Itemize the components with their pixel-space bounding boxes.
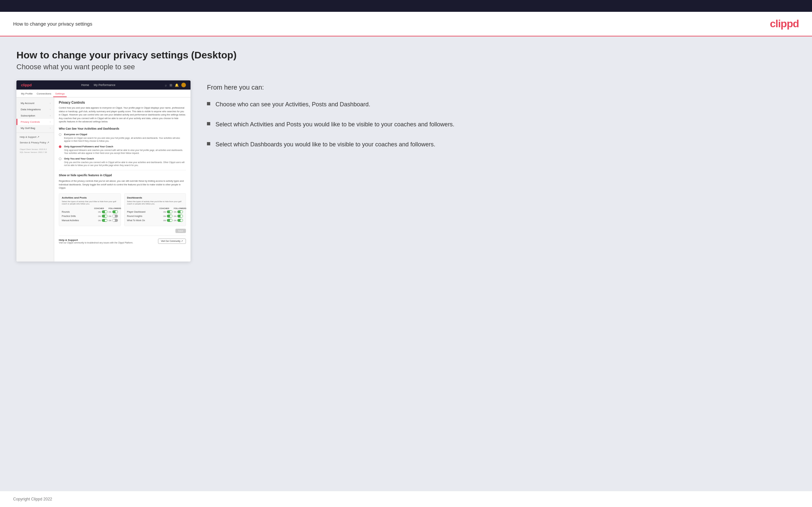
footer: Copyright Clippd 2022	[0, 491, 812, 506]
activity-row-practice: Practice Drills ON ON	[62, 215, 118, 218]
bullet-icon-2	[207, 122, 210, 125]
bullet-text-2: Select which Activities and Posts you wo…	[215, 120, 454, 129]
privacy-controls-desc: Control how you and your data appears to…	[59, 106, 186, 124]
chevron-right-icon: ›	[50, 115, 51, 117]
player-followers-toggle[interactable]	[177, 210, 183, 213]
visit-community-button[interactable]: Visit Our Community ↗	[158, 238, 186, 244]
footer-text: Copyright Clippd 2022	[13, 497, 52, 501]
chevron-right-icon: ›	[50, 108, 51, 111]
bullet-list: Choose who can see your Activities, Post…	[207, 100, 796, 149]
app-body: My Account › Data Integrations › Subscri…	[16, 98, 191, 262]
app-topbar: clippd Home My Performance ⌕ ⊞ 🔔	[16, 80, 191, 90]
radio-everyone[interactable]: Everyone on Clippd Everyone on Clippd ca…	[59, 133, 186, 143]
insights-followers-toggle[interactable]	[177, 215, 183, 218]
activity-row-rounds: Rounds ON ON	[62, 210, 118, 213]
help-support-link[interactable]: Help & Support ↗	[16, 134, 54, 140]
practice-coaches-toggle[interactable]	[102, 215, 107, 218]
radio-followers-circle[interactable]	[59, 146, 61, 148]
chevron-right-icon: ›	[50, 121, 51, 123]
service-privacy-link[interactable]: Service & Privacy Policy ↗	[16, 140, 54, 146]
save-row: Save	[59, 229, 186, 233]
app-subnav: My Profile Connections Settings	[16, 90, 191, 98]
right-panel: From here you can: Choose who can see yo…	[207, 80, 796, 149]
activity-row-manual: Manual Activities ON ON	[62, 219, 118, 222]
section-divider	[59, 170, 186, 170]
logo: clippd	[770, 18, 799, 30]
features-grid: Activities and Posts Select the types of…	[59, 193, 186, 226]
rounds-coaches-toggle[interactable]	[102, 210, 107, 213]
help-title: Help & Support	[59, 238, 133, 241]
radio-followers[interactable]: Only Approved Followers and Your Coach O…	[59, 145, 186, 155]
app-main-panel: Privacy Controls Control how you and you…	[54, 98, 191, 262]
main-content: How to change your privacy settings (Des…	[0, 37, 812, 491]
chevron-right-icon: ›	[50, 127, 51, 129]
manual-followers-toggle[interactable]	[112, 219, 118, 222]
help-desc: Visit our Clippd community to troublesho…	[59, 241, 133, 244]
radio-only-you[interactable]: Only You and Your Coach Only you and the…	[59, 157, 186, 167]
sidebar-item-data-integrations[interactable]: Data Integrations ›	[16, 106, 54, 113]
player-coaches-toggle[interactable]	[167, 210, 172, 213]
section1-header: Who Can See Your Activities and Dashboar…	[59, 127, 186, 130]
sidebar-item-subscription[interactable]: Subscription ›	[16, 113, 54, 119]
app-screenshot: clippd Home My Performance ⌕ ⊞ 🔔 My Prof…	[16, 80, 191, 262]
section2-desc: Regardless of the privacy controls that …	[59, 179, 186, 190]
sidebar-item-golf-bag[interactable]: My Golf Bag ›	[16, 125, 54, 131]
bell-icon[interactable]: 🔔	[175, 83, 179, 87]
help-section: Help & Support Visit our Clippd communit…	[59, 236, 186, 244]
workson-followers-toggle[interactable]	[177, 219, 183, 222]
version-info: Clippd Client Version: 2022.8.2SQL Serve…	[16, 146, 54, 157]
header-title: How to change your privacy settings	[13, 21, 92, 26]
sidebar-item-privacy-controls[interactable]: Privacy Controls ›	[16, 119, 54, 125]
search-icon[interactable]: ⌕	[165, 83, 167, 87]
tab-connections[interactable]: Connections	[35, 91, 53, 97]
sidebar-divider	[16, 132, 54, 133]
bullet-text-1: Choose who can see your Activities, Post…	[215, 100, 370, 109]
app-sidebar: My Account › Data Integrations › Subscri…	[16, 98, 54, 262]
privacy-controls-title: Privacy Controls	[59, 101, 186, 104]
bullet-item-2: Select which Activities and Posts you wo…	[207, 120, 796, 129]
chevron-right-icon: ›	[50, 102, 51, 104]
header: How to change your privacy settings clip…	[0, 12, 812, 37]
bullet-icon-3	[207, 142, 210, 146]
rounds-followers-toggle[interactable]	[112, 210, 118, 213]
save-button[interactable]: Save	[175, 229, 186, 233]
workson-coaches-toggle[interactable]	[167, 219, 172, 222]
page-heading: How to change your privacy settings (Des…	[16, 50, 796, 61]
sidebar-item-account[interactable]: My Account ›	[16, 100, 54, 106]
bullet-icon-1	[207, 102, 210, 105]
top-bar	[0, 0, 812, 12]
dashboard-row-insights: Round Insights ON ON	[127, 215, 183, 218]
dashboard-row-player: Player Dashboard ON ON	[127, 210, 183, 213]
avatar-icon[interactable]	[181, 83, 186, 87]
bullet-item-3: Select which Dashboards you would like t…	[207, 140, 796, 149]
page-subheading: Choose what you want people to see	[16, 63, 796, 71]
app-nav-icons: ⌕ ⊞ 🔔	[165, 83, 186, 87]
tab-my-profile[interactable]: My Profile	[19, 91, 35, 97]
grid-icon[interactable]: ⊞	[169, 83, 172, 87]
manual-coaches-toggle[interactable]	[102, 219, 107, 222]
app-nav-links: Home My Performance	[81, 83, 115, 87]
content-row: clippd Home My Performance ⌕ ⊞ 🔔 My Prof…	[16, 80, 796, 262]
tab-settings[interactable]: Settings	[53, 91, 67, 97]
radio-everyone-circle[interactable]	[59, 133, 61, 136]
practice-followers-toggle[interactable]	[112, 215, 118, 218]
insights-coaches-toggle[interactable]	[167, 215, 172, 218]
dashboard-row-workson: What To Work On ON ON	[127, 219, 183, 222]
dashboards-col: Dashboards Select the types of activity …	[124, 193, 186, 226]
bullet-item-1: Choose who can see your Activities, Post…	[207, 100, 796, 109]
home-link[interactable]: Home	[81, 83, 89, 87]
section2-header: Show or hide specific features in Clippd	[59, 174, 186, 177]
my-performance-link[interactable]: My Performance	[94, 83, 115, 87]
app-brand: clippd	[21, 83, 32, 87]
radio-only-you-circle[interactable]	[59, 158, 61, 160]
activities-col: Activities and Posts Select the types of…	[59, 193, 121, 226]
bullet-text-3: Select which Dashboards you would like t…	[215, 140, 435, 149]
from-here-label: From here you can:	[207, 84, 796, 91]
